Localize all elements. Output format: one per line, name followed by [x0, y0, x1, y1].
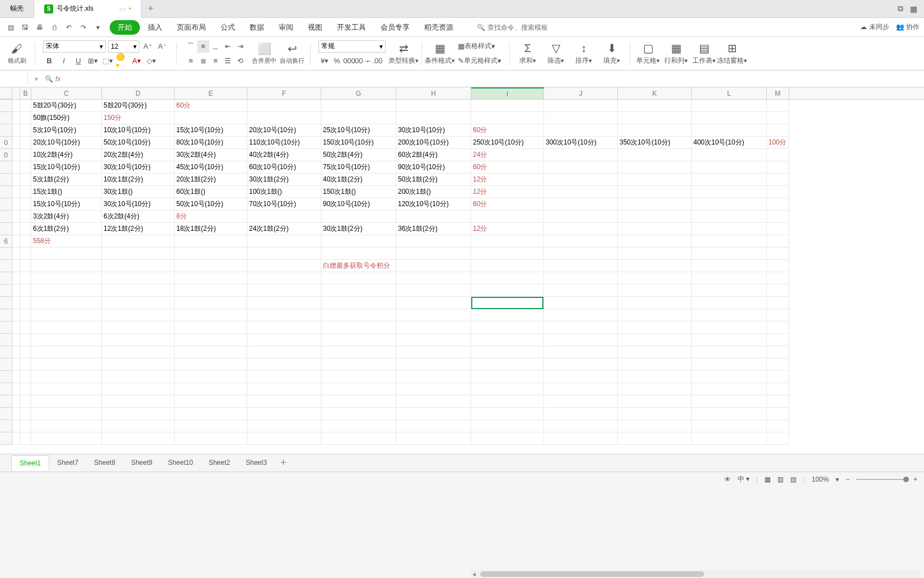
cell-H[interactable]: 60次2鼓(4分) — [396, 149, 471, 161]
cell-M[interactable] — [767, 248, 789, 260]
cell-D[interactable]: 50次10号(10分) — [102, 137, 175, 149]
cell-H[interactable]: 200次1鼓() — [396, 186, 471, 198]
ime-icon[interactable]: 中 ▾ — [738, 474, 749, 484]
cell-F[interactable]: 60次10号(10分) — [247, 161, 321, 174]
cell-M[interactable] — [767, 297, 789, 309]
cell-K[interactable] — [618, 223, 692, 235]
cell-L[interactable] — [692, 297, 767, 309]
cell-K[interactable] — [618, 383, 692, 395]
cell-A[interactable] — [12, 420, 20, 432]
col-header-H[interactable]: H — [396, 87, 471, 99]
sheet-tab-Sheet1[interactable]: Sheet1 — [11, 455, 49, 470]
menu-item-4[interactable]: 数据 — [243, 20, 271, 35]
cell-D[interactable]: 5鼓20号(30分) — [102, 100, 175, 112]
cell-D[interactable] — [102, 432, 175, 445]
cell-K[interactable] — [618, 297, 692, 309]
cell-F[interactable] — [247, 383, 321, 395]
cell-C[interactable] — [31, 309, 102, 321]
cell-G[interactable] — [321, 112, 396, 124]
cell-A[interactable] — [12, 358, 20, 371]
row-number[interactable] — [0, 198, 12, 211]
cell-D[interactable] — [102, 420, 175, 432]
cell-G[interactable] — [321, 321, 396, 334]
cell-D[interactable]: 10次1鼓(2分) — [102, 174, 175, 186]
cell-D[interactable] — [102, 297, 175, 309]
cell-G[interactable] — [321, 432, 396, 445]
cell-F[interactable] — [247, 432, 321, 445]
redo-icon[interactable]: ↷ — [77, 21, 90, 34]
cell-I[interactable] — [471, 297, 544, 309]
cell-M[interactable] — [767, 420, 789, 432]
cell-G[interactable] — [321, 248, 396, 260]
col-header-J[interactable]: J — [544, 87, 618, 99]
align-middle-icon[interactable]: ≡ — [197, 40, 209, 53]
cell-C[interactable]: 3次2鼓(4分) — [31, 211, 102, 223]
cell-L[interactable] — [692, 383, 767, 395]
cell-H[interactable]: 36次1鼓(2分) — [396, 223, 471, 235]
cell-L[interactable] — [692, 112, 767, 124]
cell-F[interactable] — [247, 100, 321, 112]
cell-L[interactable] — [692, 334, 767, 346]
font-color-button[interactable]: A▾ — [130, 55, 143, 67]
cell-E[interactable]: 60分 — [175, 100, 247, 112]
cell-D[interactable] — [102, 309, 175, 321]
cell-A[interactable] — [12, 174, 20, 186]
cell-L[interactable] — [692, 371, 767, 383]
cell-L[interactable] — [692, 223, 767, 235]
cell-G[interactable] — [321, 211, 396, 223]
cell-D[interactable] — [102, 395, 175, 408]
cell-K[interactable] — [618, 371, 692, 383]
increase-font-icon[interactable]: A⁺ — [142, 40, 154, 53]
cell-I[interactable] — [471, 211, 544, 223]
cell-E[interactable]: 60次1鼓() — [175, 186, 247, 198]
cell-F[interactable]: 40次2鼓(4分) — [247, 149, 321, 161]
cell-I[interactable] — [471, 395, 544, 408]
cell-C[interactable] — [31, 248, 102, 260]
cell-A[interactable] — [12, 161, 20, 174]
cell-K[interactable] — [618, 112, 692, 124]
cell-J[interactable] — [544, 186, 618, 198]
cell-J[interactable] — [544, 100, 618, 112]
cell-G[interactable] — [321, 309, 396, 321]
file-menu-icon[interactable]: ▤ — [4, 21, 17, 34]
cell-L[interactable] — [692, 174, 767, 186]
cell-J[interactable] — [544, 223, 618, 235]
cell-B[interactable] — [20, 285, 31, 297]
cell-L[interactable] — [692, 346, 767, 358]
single-window-icon[interactable]: ⧉ — [898, 4, 903, 13]
cell-L[interactable] — [692, 161, 767, 174]
cell-A[interactable] — [12, 334, 20, 346]
col-header-K[interactable]: K — [618, 87, 692, 99]
cell-A[interactable] — [12, 124, 20, 137]
cell-C[interactable]: 15次10号(10分) — [31, 161, 102, 174]
cell-F[interactable] — [247, 371, 321, 383]
cell-M[interactable] — [767, 321, 789, 334]
cell-B[interactable] — [20, 432, 31, 445]
cell-K[interactable] — [618, 346, 692, 358]
cell-D[interactable] — [102, 334, 175, 346]
font-size-select[interactable]: 12▾ — [108, 40, 139, 53]
worksheet-button[interactable]: ▤工作表▾ — [692, 41, 716, 66]
cell-A[interactable] — [12, 248, 20, 260]
col-header-C[interactable]: C — [31, 87, 102, 99]
cell-K[interactable] — [618, 248, 692, 260]
cell-H[interactable] — [396, 408, 471, 420]
cell-I[interactable]: 24分 — [471, 149, 544, 161]
cell-J[interactable] — [544, 297, 618, 309]
cell-M[interactable] — [767, 309, 789, 321]
currency-icon[interactable]: ¥▾ — [318, 55, 331, 67]
cell-F[interactable] — [247, 309, 321, 321]
merge-center-button[interactable]: ⬜ 合并居中 — [252, 42, 276, 65]
cell-I[interactable] — [471, 432, 544, 445]
cell-B[interactable] — [20, 346, 31, 358]
cell-L[interactable]: 400次10号(10分) — [692, 137, 767, 149]
cell-M[interactable] — [767, 383, 789, 395]
cell-F[interactable] — [247, 408, 321, 420]
cell-F[interactable]: 24次1鼓(2分) — [247, 223, 321, 235]
cell-G[interactable] — [321, 346, 396, 358]
cell-J[interactable] — [544, 334, 618, 346]
cell-D[interactable]: 6次2鼓(4分) — [102, 211, 175, 223]
cell-M[interactable]: 100分 — [767, 137, 789, 149]
row-number[interactable] — [0, 248, 12, 260]
row-number[interactable] — [0, 346, 12, 358]
